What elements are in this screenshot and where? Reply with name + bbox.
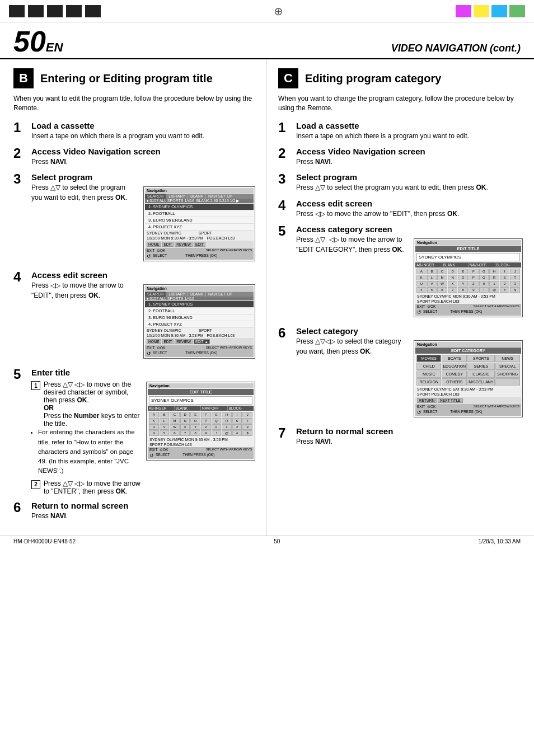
step-c1: 1 Load a cassette Insert a tape on which… xyxy=(278,121,523,141)
step-b2-body: Press NAVI. xyxy=(31,157,255,167)
step-b2: 2 Access Video Navigation screen Press N… xyxy=(13,147,255,167)
step-c2-number: 2 xyxy=(278,147,292,160)
step-b6-body: Press NAVI. xyxy=(31,511,255,521)
section-b-intro: When you want to edit the program title,… xyxy=(13,94,255,113)
step-b1-content: Load a cassette Insert a tape on which t… xyxy=(31,121,255,141)
step-b5-bullets: For entering the characters as the title… xyxy=(38,428,140,476)
step-c3-body: Press △▽ to select the program you want … xyxy=(296,183,523,192)
step-b6-content: Return to normal screen Press NAVI. xyxy=(31,501,255,521)
step-c6-heading: Select category xyxy=(296,326,523,336)
step-c5-number: 5 xyxy=(278,224,292,238)
black-square xyxy=(28,5,44,17)
step-c4-number: 4 xyxy=(278,199,292,212)
step-b3-body: Press △▽ to select the program you want … xyxy=(31,183,138,203)
step-c7-number: 7 xyxy=(278,426,292,440)
step-c3-heading: Select program xyxy=(296,172,523,182)
black-square xyxy=(9,5,25,17)
step-c1-content: Load a cassette Insert a tape on which t… xyxy=(296,121,523,141)
screen-b3: Navigation SEARCH LIBRARY BLANK NAVI SET… xyxy=(143,186,255,261)
step-c3-number: 3 xyxy=(278,172,292,186)
step-c1-number: 1 xyxy=(278,121,292,134)
step-b5: 5 Enter title 1 Press △▽ ◁▷ to move on t… xyxy=(13,368,255,495)
section-b-header: B Entering or Editing program title xyxy=(13,68,255,88)
step-b2-number: 2 xyxy=(13,147,27,160)
step-b6-heading: Return to normal screen xyxy=(31,501,255,510)
black-squares-left xyxy=(9,5,101,17)
color-square-yellow xyxy=(474,5,489,17)
step-c3-content: Select program Press △▽ to select the pr… xyxy=(296,172,523,192)
step-c4-content: Access edit screen Press ◁▷ to move the … xyxy=(296,199,523,219)
screen-c5: Navigation EDIT TITLE SYDNEY OLYMPICS AB… xyxy=(414,238,523,317)
color-square-blue xyxy=(491,5,507,17)
step-b3: 3 Select program Press △▽ to select the … xyxy=(13,172,255,265)
step-c6: 6 Select category Press △▽◁▷ to select t… xyxy=(278,326,523,421)
step-c6-body: Press △▽◁▷ to select the category you wa… xyxy=(296,337,408,356)
step-b4-heading: Access edit screen xyxy=(31,270,255,280)
step-b5-number: 5 xyxy=(13,368,27,381)
model-number: HM-DH40000U-EN48-52 xyxy=(13,538,76,544)
step-b6-number: 6 xyxy=(13,501,27,514)
step-c2-body: Press NAVI. xyxy=(296,157,523,167)
step-c5-body: Press △▽ ◁▷ to move the arrow to "EDIT C… xyxy=(296,235,408,255)
step-b5-heading: Enter title xyxy=(31,368,255,377)
section-c-letter: C xyxy=(278,68,298,88)
bottom-bar: HM-DH40000U-EN48-52 50 1/28/3, 10:33 AM xyxy=(0,536,534,547)
step-b1-heading: Load a cassette xyxy=(31,121,255,130)
step-c7-content: Return to normal screen Press NAVI. xyxy=(296,426,523,447)
step-b4: 4 Access edit screen Press ◁▷ to move th… xyxy=(13,270,255,362)
sub-step-b5-2-text: Press △▽ ◁▷ to move the arrow to "ENTER"… xyxy=(44,480,140,495)
step-b3-heading: Select program xyxy=(31,172,255,182)
section-b-letter: B xyxy=(13,68,34,88)
step-b4-body: Press ◁▷ to move the arrow to "EDIT", th… xyxy=(31,281,138,300)
step-c2-heading: Access Video Navigation screen xyxy=(296,147,523,156)
screen-c6: Navigation EDIT CATEGORY MOVIES BOATS SP… xyxy=(414,340,523,417)
page-suffix: EN xyxy=(46,40,63,55)
step-b2-content: Access Video Navigation screen Press NAV… xyxy=(31,147,255,167)
section-c-title: Editing program category xyxy=(305,72,441,85)
step-c6-content: Select category Press △▽◁▷ to select the… xyxy=(296,326,523,421)
step-c7-body: Press NAVI. xyxy=(296,437,523,447)
color-squares-right xyxy=(456,5,525,17)
color-square-green xyxy=(509,5,525,17)
step-c6-number: 6 xyxy=(278,326,292,340)
step-b4-number: 4 xyxy=(13,270,27,284)
page-header: 50 EN VIDEO NAVIGATION (cont.) xyxy=(0,22,534,59)
step-c4-heading: Access edit screen xyxy=(296,199,523,208)
step-c7: 7 Return to normal screen Press NAVI. xyxy=(278,426,523,447)
step-c2: 2 Access Video Navigation screen Press N… xyxy=(278,147,523,167)
screen-b5: Navigation EDIT TITLE SYDNEY OLYMPICS AB… xyxy=(146,382,255,461)
step-c5: 5 Access category screen Press △▽ ◁▷ to … xyxy=(278,224,523,321)
section-c-intro: When you want to change the program cate… xyxy=(278,94,523,113)
sub-step-b5-2-num: 2 xyxy=(31,480,40,489)
step-c1-body: Insert a tape on which there is a progra… xyxy=(296,132,523,141)
bottom-date: 1/28/3, 10:33 AM xyxy=(478,538,521,544)
step-c3: 3 Select program Press △▽ to select the … xyxy=(278,172,523,192)
black-square xyxy=(47,5,63,17)
screen-b4: Navigation SEARCH LIBRARY BLANK NAVI SET… xyxy=(143,284,255,359)
step-c7-heading: Return to normal screen xyxy=(296,426,523,436)
bottom-page-num: 50 xyxy=(274,538,280,544)
step-b1-body: Insert a tape on which there is a progra… xyxy=(31,132,255,141)
step-b2-heading: Access Video Navigation screen xyxy=(31,147,255,156)
step-b5-content: Enter title 1 Press △▽ ◁▷ to move on the… xyxy=(31,368,255,495)
section-b-title: Entering or Editing program title xyxy=(40,72,213,85)
step-c5-heading: Access category screen xyxy=(296,224,523,234)
step-c5-content: Access category screen Press △▽ ◁▷ to mo… xyxy=(296,224,523,321)
section-c-header: C Editing program category xyxy=(278,68,523,88)
top-bar: ⊕ xyxy=(0,0,534,22)
main-content: B Entering or Editing program title When… xyxy=(0,59,534,536)
step-b1-number: 1 xyxy=(13,121,27,134)
step-c2-content: Access Video Navigation screen Press NAV… xyxy=(296,147,523,167)
page-number: 50 xyxy=(13,27,46,56)
black-square xyxy=(66,5,82,17)
center-compass-icon: ⊕ xyxy=(274,4,283,18)
section-b-column: B Entering or Editing program title When… xyxy=(0,59,267,536)
page-title: VIDEO NAVIGATION (cont.) xyxy=(391,43,521,54)
section-c-column: C Editing program category When you want… xyxy=(267,59,534,536)
sub-step-b5-1-num: 1 xyxy=(31,381,40,390)
step-b6: 6 Return to normal screen Press NAVI. xyxy=(13,501,255,521)
sub-step-b5-1-text: Press △▽ ◁▷ to move on the desired chara… xyxy=(44,381,140,428)
step-b4-content: Access edit screen Press ◁▷ to move the … xyxy=(31,270,255,362)
color-square-purple xyxy=(456,5,471,17)
black-square xyxy=(85,5,101,17)
